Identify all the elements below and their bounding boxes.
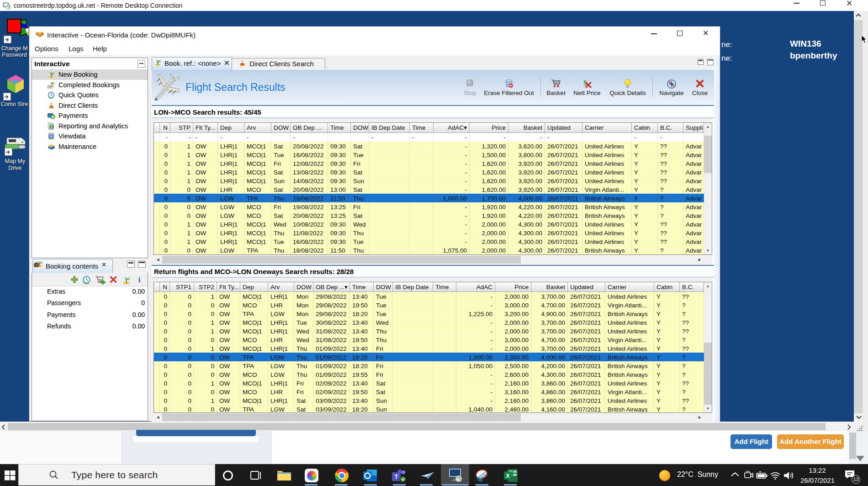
- svg-text:i: i: [138, 275, 141, 284]
- svg-text:$: $: [52, 115, 54, 119]
- svg-text:T: T: [395, 473, 398, 480]
- svg-text:X: X: [506, 472, 510, 479]
